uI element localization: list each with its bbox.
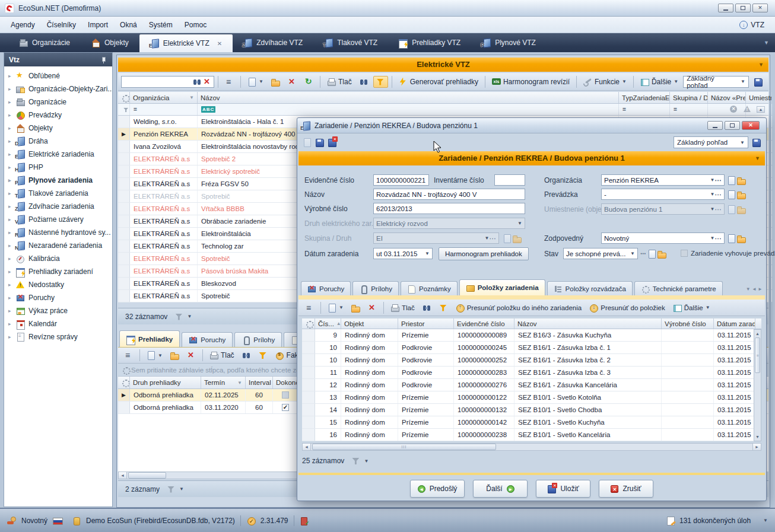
open-folder-icon[interactable] bbox=[737, 234, 746, 243]
close-button[interactable]: ✕ bbox=[752, 4, 768, 12]
menu-item[interactable]: Číselníky bbox=[41, 18, 82, 31]
sidebar-item-nezaraden-zariadenia[interactable]: ▸NNezaradené zariadenia bbox=[4, 239, 112, 252]
table-row[interactable]: 11Rodinný domPodkrovie1000000000283SEZ B… bbox=[302, 367, 761, 379]
datum-datepicker[interactable]: ut 03.11.2015▼ bbox=[373, 248, 433, 259]
column-header[interactable]: Priestor bbox=[398, 318, 454, 329]
filter-cell[interactable]: ABC bbox=[198, 104, 619, 115]
inventarne-input[interactable] bbox=[494, 174, 525, 186]
clear-search-icon[interactable] bbox=[203, 78, 212, 86]
sidebar-item-poruchy[interactable]: ▸Poruchy bbox=[4, 291, 112, 304]
stav-select[interactable]: Je schopné prevá...▼ bbox=[563, 248, 638, 259]
zodpovedny-select[interactable]: Novotný▼⋯ bbox=[601, 232, 725, 244]
sidebar-item-kalibr-cia[interactable]: ▸Kalibrácia bbox=[4, 252, 112, 265]
new-record-button[interactable]: ▼ bbox=[144, 349, 166, 361]
tab-tlakov-vtz[interactable]: TTlakové VTZ bbox=[313, 33, 388, 52]
filter-button[interactable] bbox=[373, 76, 388, 88]
menu-item[interactable]: Systém bbox=[143, 18, 179, 31]
sidebar-item-objekty[interactable]: ▸Objekty bbox=[4, 122, 112, 135]
print-button[interactable]: Tlač bbox=[324, 76, 355, 88]
find-button[interactable] bbox=[420, 302, 434, 314]
open-record-button[interactable] bbox=[348, 302, 363, 314]
save-view-button[interactable] bbox=[751, 76, 766, 88]
organizacia-select[interactable]: Penzión REKREA▼⋯ bbox=[601, 174, 725, 186]
new-record-button[interactable]: ▼ bbox=[325, 302, 347, 314]
previous-button[interactable]: ◄Predošlý bbox=[410, 480, 465, 498]
save-button[interactable]: Uložiť bbox=[536, 480, 590, 498]
move-into-items-button[interactable]: Presunúť do položiek bbox=[586, 302, 668, 314]
records-filter-button[interactable]: ▼ bbox=[174, 313, 192, 321]
generate-inspections-button[interactable]: Generovať prehliadky bbox=[396, 76, 481, 88]
tab-plynov-vtz[interactable]: PPlynové VTZ bbox=[471, 33, 547, 52]
delete-record-button[interactable] bbox=[365, 302, 380, 314]
column-header[interactable]: Umiestnenie (objekt) bbox=[746, 92, 772, 103]
delete-record-button[interactable] bbox=[184, 349, 199, 361]
maximize-button[interactable] bbox=[725, 121, 740, 130]
table-row[interactable]: 9Rodinný domPrízemie1000000000089SEZ B16… bbox=[302, 329, 761, 342]
records-filter-button[interactable]: ▼ bbox=[167, 485, 184, 493]
print-button[interactable]: Tlač bbox=[207, 349, 237, 361]
more-button[interactable]: Ďalšie▼ bbox=[637, 76, 681, 88]
evidencne-input[interactable]: 1000000000221 bbox=[373, 174, 429, 186]
refresh-button[interactable] bbox=[301, 76, 316, 88]
tab-pozn-mky[interactable]: Poznámky bbox=[401, 281, 458, 295]
sidebar-item-v-kaz-pr-ce[interactable]: ▸Výkaz práce bbox=[4, 304, 112, 317]
open-record-button[interactable] bbox=[268, 76, 283, 88]
find-button[interactable] bbox=[357, 76, 371, 88]
sidebar-item-ob-ben-[interactable]: ▸Obľúbené bbox=[4, 69, 112, 82]
view-combobox[interactable]: Základný pohľad▼ bbox=[683, 76, 749, 88]
sidebar-item-n-stenn-hydrantov-sy-[interactable]: ▸RNástenné hydrantové sy... bbox=[4, 226, 112, 239]
cancel-button[interactable]: ✕Zrušiť bbox=[599, 480, 653, 498]
filter-cell[interactable]: = bbox=[670, 104, 708, 115]
row-indicator-header[interactable] bbox=[118, 92, 130, 103]
sidebar-item-po-iarne-uz-very[interactable]: ▸VPožiarne uzávery bbox=[4, 213, 112, 226]
tab-overflow-icon[interactable]: ▼ bbox=[764, 40, 775, 46]
gear-icon[interactable] bbox=[305, 320, 312, 328]
move-item-out-button[interactable]: Presunúť položku do iného zariadenia bbox=[453, 302, 585, 314]
table-row[interactable]: 13Rodinný domPrízemie1000000000122SEZ B1… bbox=[302, 391, 761, 404]
header-dropdown-icon[interactable]: ▼ bbox=[758, 58, 764, 72]
sidebar-item-nedostatky[interactable]: ▸Nedostatky bbox=[4, 278, 112, 291]
sidebar-item-dr-ha[interactable]: ▸DDráha bbox=[4, 135, 112, 148]
vyrobne-input[interactable]: 62013/2013 bbox=[373, 203, 525, 214]
tab-polo-ky-rozv-dza-a[interactable]: Položky rozvádzača bbox=[547, 281, 633, 295]
save-view-icon[interactable] bbox=[752, 138, 761, 146]
records-filter-button[interactable]: ▼ bbox=[351, 457, 369, 465]
new-document-icon[interactable] bbox=[727, 234, 736, 243]
gear-icon[interactable] bbox=[121, 94, 128, 102]
sidebar-item-php[interactable]: ▸HPHP bbox=[4, 161, 112, 174]
save-and-close-icon[interactable] bbox=[328, 138, 336, 146]
close-button[interactable]: ✕ bbox=[742, 121, 760, 130]
row-indicator-header[interactable] bbox=[302, 318, 315, 329]
scroll-up-button[interactable]: ▲ bbox=[757, 106, 765, 113]
table-row[interactable]: 15Rodinný domPrízemie1000000000142SEZ B1… bbox=[302, 416, 761, 429]
column-header[interactable]: Čís...▲ bbox=[315, 318, 341, 329]
delete-record-button[interactable] bbox=[285, 76, 300, 88]
gear-icon[interactable] bbox=[122, 366, 128, 374]
menu-item[interactable]: Import bbox=[82, 18, 114, 31]
prevadzka-select[interactable]: -▼⋯ bbox=[601, 189, 725, 200]
tab-elektrick-vtz[interactable]: EElektrické VTZ✕ bbox=[139, 34, 233, 52]
sidebar-item-organiz-cie-objekty-zari-[interactable]: ▸Organizácie-Objekty-Zari... bbox=[4, 82, 112, 95]
tab-polo-ky-zariadenia[interactable]: Položky zariadenia bbox=[459, 279, 545, 295]
sidebar-item-rev-zne-spr-vy[interactable]: ▸Revízne správy bbox=[4, 330, 112, 343]
new-record-button[interactable]: ▼ bbox=[244, 76, 266, 88]
view-combobox[interactable]: Základný pohľad▼ bbox=[674, 136, 748, 148]
column-header[interactable]: Názov bbox=[514, 318, 662, 329]
table-row[interactable]: 16Rodinný domPrízemie1000000000238SEZ B1… bbox=[302, 429, 761, 441]
column-header[interactable]: Skupina / Druh bbox=[670, 92, 708, 103]
vyhovuje-checkbox[interactable] bbox=[681, 250, 688, 257]
sidebar-item-prev-dzky[interactable]: ▸Prevádzky bbox=[4, 109, 112, 122]
column-header[interactable]: Dokonče bbox=[273, 377, 298, 388]
minimize-button[interactable] bbox=[707, 121, 723, 130]
new-document-icon[interactable] bbox=[727, 190, 736, 199]
filter-cell[interactable]: = bbox=[619, 104, 670, 115]
column-header[interactable]: TypZariadeniaElektricke bbox=[619, 92, 670, 103]
column-header[interactable]: Organizácia▼ bbox=[130, 92, 198, 103]
tab-scroll-buttons[interactable]: ▼ ◄ ► bbox=[746, 286, 763, 295]
close-tab-icon[interactable]: ✕ bbox=[217, 40, 222, 47]
table-row[interactable]: 10Rodinný domPodkrovie1000000000245SEZ B… bbox=[302, 342, 761, 354]
tab-objekty[interactable]: Objekty bbox=[81, 33, 139, 52]
vtz-button[interactable]: VTZ bbox=[739, 21, 770, 29]
layout-menu-button[interactable] bbox=[121, 349, 136, 361]
tab-poruchy[interactable]: Poruchy bbox=[301, 281, 351, 295]
